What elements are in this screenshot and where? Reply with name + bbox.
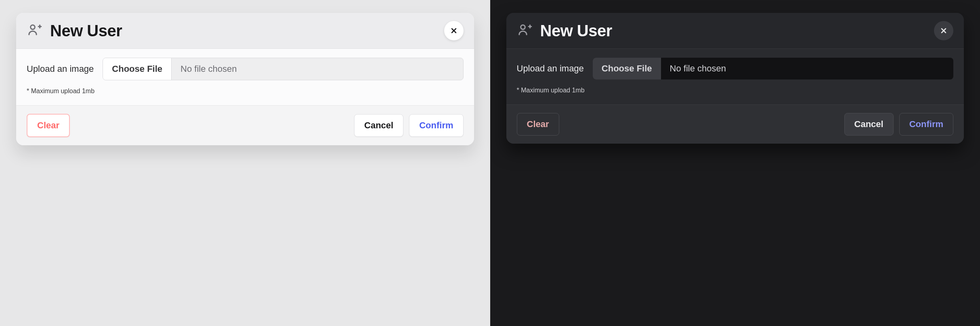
modal-body: Upload an image Choose File No file chos… xyxy=(506,49,964,104)
file-status-text: No file chosen xyxy=(661,58,953,79)
modal-footer: Clear Cancel Confirm xyxy=(506,104,964,144)
dark-theme-panel: New User Upload an image Choose File No … xyxy=(490,0,980,326)
clear-button[interactable]: Clear xyxy=(517,113,559,136)
upload-row: Upload an image Choose File No file chos… xyxy=(27,58,464,80)
svg-point-0 xyxy=(31,25,35,29)
modal-header: New User xyxy=(16,13,474,49)
choose-file-button[interactable]: Choose File xyxy=(593,58,661,79)
confirm-button[interactable]: Confirm xyxy=(899,113,953,136)
choose-file-button[interactable]: Choose File xyxy=(103,58,172,80)
close-icon xyxy=(940,27,948,35)
close-icon xyxy=(450,27,458,35)
confirm-button[interactable]: Confirm xyxy=(409,114,463,137)
close-button[interactable] xyxy=(934,21,953,40)
svg-point-5 xyxy=(520,25,525,29)
light-theme-panel: New User Upload an image Choose File No … xyxy=(0,0,490,326)
close-button[interactable] xyxy=(444,21,464,40)
cancel-button[interactable]: Cancel xyxy=(354,114,403,137)
modal-footer: Clear Cancel Confirm xyxy=(16,105,474,145)
modal-title: New User xyxy=(50,22,437,40)
upload-label: Upload an image xyxy=(27,64,94,74)
file-status-text: No file chosen xyxy=(172,58,463,80)
upload-hint: * Maximum upload 1mb xyxy=(27,80,464,101)
new-user-modal: New User Upload an image Choose File No … xyxy=(506,13,964,144)
user-plus-icon xyxy=(27,22,43,40)
clear-button[interactable]: Clear xyxy=(27,114,70,137)
modal-body: Upload an image Choose File No file chos… xyxy=(16,49,474,105)
modal-title: New User xyxy=(540,22,927,40)
cancel-button[interactable]: Cancel xyxy=(844,113,894,136)
file-input-group: Choose File No file chosen xyxy=(593,58,953,79)
new-user-modal: New User Upload an image Choose File No … xyxy=(16,13,474,145)
upload-hint: * Maximum upload 1mb xyxy=(517,79,954,100)
upload-label: Upload an image xyxy=(517,63,584,74)
modal-header: New User xyxy=(506,13,964,49)
user-plus-icon xyxy=(517,22,533,40)
file-input-group: Choose File No file chosen xyxy=(103,58,463,80)
upload-row: Upload an image Choose File No file chos… xyxy=(517,58,954,79)
